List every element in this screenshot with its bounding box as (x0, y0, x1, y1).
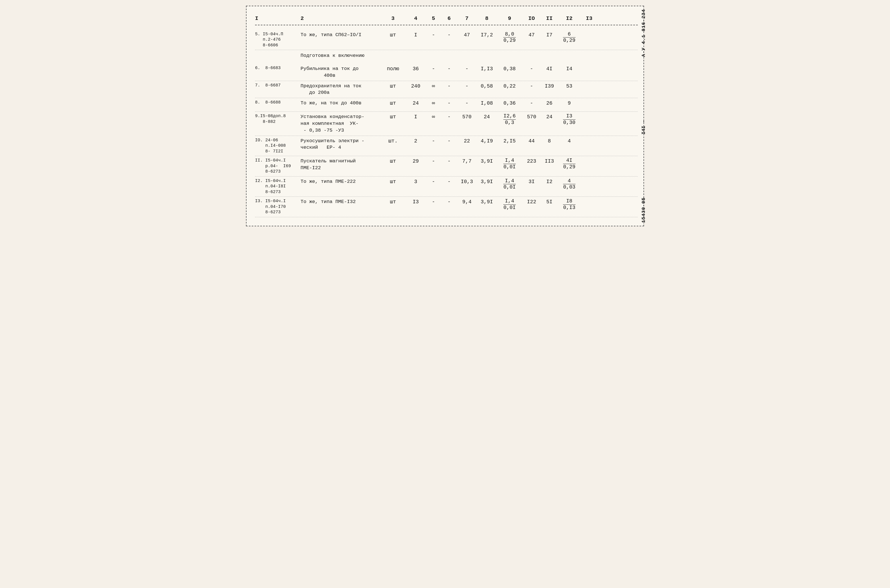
cell-col5: - (426, 178, 441, 185)
cell-col6: - (441, 114, 457, 120)
cell-ref: 6. 8-6683 (255, 65, 300, 71)
cell-col7: 22 (457, 138, 477, 145)
cell-desc: Рукосушитель электри - ческий ЕР- 4 (300, 138, 380, 151)
cell-col5: - (426, 158, 441, 165)
cell-col4: 24 (406, 100, 426, 107)
cell-col11: 26 (541, 100, 558, 107)
table-body: 5. I5-04ч.П п.2-476 8-6606То же, типа СП… (255, 30, 638, 217)
cell-ref: 5. I5-04ч.П п.2-476 8-6606 (255, 32, 300, 48)
cell-col8: 3,9I (477, 198, 497, 206)
cell-col9: 8,00,29 (497, 32, 522, 44)
cell-col12: 9 (558, 100, 581, 107)
cell-col7: 7,7 (457, 158, 477, 165)
cell-col9: I,40,0I (497, 178, 522, 190)
header-col10: IO (522, 15, 541, 22)
cell-col10: I22 (522, 198, 541, 206)
cell-col4: 3 (406, 178, 426, 185)
cell-col11: I39 (541, 83, 558, 90)
cell-unit: шт (380, 32, 406, 39)
cell-col12: I80,I3 (558, 198, 581, 211)
cell-col5: ∞ (426, 83, 441, 90)
cell-col9: I,40,0I (497, 158, 522, 170)
cell-unit: шт (380, 178, 406, 185)
header-col5: 5 (426, 15, 441, 22)
cell-unit: шт. (380, 138, 406, 145)
cell-col10: 223 (522, 158, 541, 165)
header-col3: 3 (380, 15, 406, 22)
table-row: Подготовка к включению (255, 50, 638, 64)
cell-unit: шт (380, 83, 406, 90)
cell-col8: 4,I9 (477, 138, 497, 145)
cell-col5: ∞ (426, 114, 441, 120)
header-col13: I3 (581, 15, 598, 22)
cell-col12: I4 (558, 65, 581, 72)
cell-col5: - (426, 65, 441, 72)
cell-col6: - (441, 178, 457, 185)
header-col4: 4 (406, 15, 426, 22)
cell-col11: I7 (541, 32, 558, 39)
header-col2: 2 (300, 15, 380, 22)
header-col12: I2 (558, 15, 581, 22)
header-col6: 6 (441, 15, 457, 22)
cell-col6: - (441, 198, 457, 206)
cell-unit: шт (380, 114, 406, 120)
cell-col7: 9,4 (457, 198, 477, 206)
header-col11: II (541, 15, 558, 22)
cell-col5: - (426, 138, 441, 145)
cell-col4: 29 (406, 158, 426, 165)
table-row: 5. I5-04ч.П п.2-476 8-6606То же, типа СП… (255, 30, 638, 50)
cell-col7: 47 (457, 32, 477, 39)
cell-col9: I2,60,3 (497, 114, 522, 126)
cell-col11: 8 (541, 138, 558, 145)
table-row: I3. I5-04ч.I п.04-I70 8-6273То же, типа … (255, 197, 638, 217)
cell-col8: I7,2 (477, 32, 497, 39)
cell-col12: I30,30 (558, 114, 581, 126)
document-page: I 2 3 4 5 6 7 8 9 IO II I2 I3 5. I5-04ч.… (246, 6, 644, 226)
cell-col7: - (457, 83, 477, 90)
cell-col8: 3,9I (477, 178, 497, 185)
cell-col11: I2 (541, 178, 558, 185)
cell-col10: - (522, 83, 541, 90)
cell-col10: 570 (522, 114, 541, 120)
cell-col9: 0,38 (497, 65, 522, 72)
cell-col5: ∞ (426, 100, 441, 107)
side-label-bottom: 15430-05 (641, 197, 646, 223)
cell-ref: 7. 8-6687 (255, 83, 300, 88)
cell-col10: - (522, 65, 541, 72)
cell-col5: - (426, 198, 441, 206)
cell-col12: 4 (558, 138, 581, 145)
cell-col4: 36 (406, 65, 426, 72)
cell-desc: Установка конденсатор- ная комплектная У… (300, 114, 380, 134)
cell-desc: То же, типа ПМЕ-222 (300, 178, 380, 185)
cell-col9: 0,22 (497, 83, 522, 90)
side-label-mid: І4І - (641, 120, 646, 135)
cell-desc: То же, типа ПМЕ-I32 (300, 198, 380, 205)
cell-col7: - (457, 100, 477, 107)
table-row: 6. 8-6683Рубильника на ток до 400вполю36… (255, 64, 638, 81)
cell-unit: шт (380, 198, 406, 206)
cell-unit: шт (380, 100, 406, 107)
cell-col6: - (441, 83, 457, 90)
cell-col8: I,08 (477, 100, 497, 107)
cell-col5: - (426, 32, 441, 39)
cell-col6: - (441, 65, 457, 72)
cell-col9: 2,I5 (497, 138, 522, 145)
cell-col4: 2 (406, 138, 426, 145)
cell-col6: - (441, 32, 457, 39)
cell-col8: 3,9I (477, 158, 497, 165)
header-col1: I (255, 15, 300, 22)
cell-col6: - (441, 138, 457, 145)
cell-col4: I3 (406, 198, 426, 206)
cell-col10: 3I (522, 178, 541, 185)
cell-ref: 9.I5-08доп.8 8-882 (255, 114, 300, 124)
cell-ref: I3. I5-04ч.I п.04-I70 8-6273 (255, 198, 300, 215)
cell-col4: I (406, 32, 426, 39)
table-row: IO. 24-06 п.I4-008 8- 7I2IРукосушитель э… (255, 136, 638, 156)
table-header: I 2 3 4 5 6 7 8 9 IO II I2 I3 (255, 15, 638, 25)
cell-col8: 0,58 (477, 83, 497, 90)
cell-desc: То же, на ток до 400в (300, 100, 380, 106)
cell-col12: 53 (558, 83, 581, 90)
cell-unit: полю (380, 65, 406, 72)
cell-ref: I2. I5-04ч.I п.04-I8I 8-6273 (255, 178, 300, 195)
cell-col7: 570 (457, 114, 477, 120)
